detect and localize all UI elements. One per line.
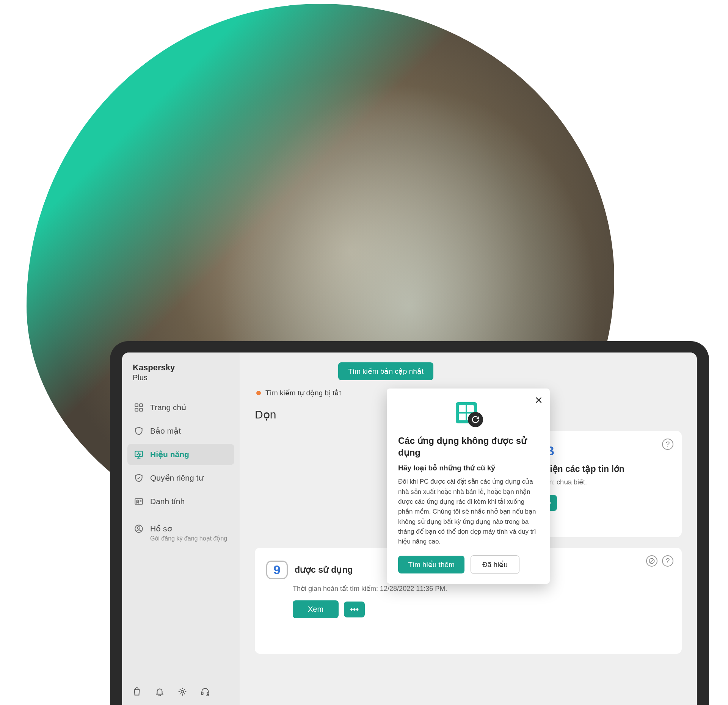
svg-point-9 <box>181 691 184 693</box>
sidebar-item-privacy[interactable]: Quyền riêng tư <box>127 467 234 489</box>
svg-rect-0 <box>135 404 138 407</box>
sidebar-item-label: Hồ sơ <box>150 524 172 533</box>
sidebar-item-label: Danh tính <box>150 497 185 506</box>
unused-apps-modal: ✕ Các ứng dụng không được sử dụng Hãy lo… <box>387 389 550 584</box>
help-icon[interactable]: ? <box>662 439 673 450</box>
status-text: Tìm kiếm tự động bị tắt <box>265 389 341 397</box>
unused-apps-more-button[interactable]: ••• <box>344 602 365 617</box>
sidebar-item-performance[interactable]: Hiệu năng <box>127 444 234 465</box>
help-icon[interactable]: ? <box>662 555 673 567</box>
svg-rect-1 <box>140 404 143 407</box>
modal-got-it-button[interactable]: Đã hiểu <box>471 555 519 574</box>
brand-name: Kaspersky <box>133 362 229 373</box>
sidebar-item-home[interactable]: Trang chủ <box>127 397 234 418</box>
shield-check-icon <box>133 473 144 483</box>
store-icon[interactable] <box>132 687 142 697</box>
id-card-icon <box>133 496 144 507</box>
sidebar-item-label: Quyền riêng tư <box>150 473 203 483</box>
sidebar: Kaspersky Plus Trang chủ <box>122 352 240 705</box>
profile-subscription-status: Gói đăng ký đang hoạt động <box>133 535 228 542</box>
svg-point-8 <box>138 526 140 529</box>
svg-rect-2 <box>135 408 138 411</box>
svg-rect-3 <box>140 408 143 411</box>
home-grid-icon <box>133 402 144 413</box>
unused-apps-title: được sử dụng <box>295 565 353 575</box>
laptop-frame: ? — ▢ ✕ Kaspersky Plus <box>110 341 709 705</box>
sidebar-item-identity[interactable]: Danh tính <box>127 491 234 512</box>
bell-icon[interactable] <box>155 687 165 697</box>
shield-icon <box>133 426 144 436</box>
unused-apps-view-button[interactable]: Xem <box>293 600 339 618</box>
app-window: ? — ▢ ✕ Kaspersky Plus <box>122 352 697 705</box>
sidebar-item-label: Bảo mật <box>150 426 181 436</box>
modal-title: Các ứng dụng không được sử dụng <box>398 435 538 458</box>
svg-rect-10 <box>201 692 203 695</box>
disable-icon[interactable] <box>646 555 657 567</box>
status-dot-icon <box>256 391 261 395</box>
sidebar-item-label: Hiệu năng <box>150 450 189 459</box>
sidebar-bottom-bar <box>122 681 240 705</box>
monitor-speed-icon <box>133 449 144 460</box>
headset-icon[interactable] <box>200 687 210 697</box>
unused-apps-time: Thời gian hoàn tất tìm kiếm: 12/28/2022 … <box>266 584 670 593</box>
modal-close-button[interactable]: ✕ <box>535 395 543 406</box>
sidebar-item-label: Trang chủ <box>150 403 186 412</box>
unused-apps-count: 9 <box>266 561 288 579</box>
svg-rect-11 <box>207 692 209 695</box>
apps-refresh-icon <box>453 401 483 427</box>
sidebar-nav: Trang chủ Bảo mật Hiệu n <box>122 393 240 516</box>
modal-subtitle: Hãy loại bỏ những thứ cũ kỹ <box>398 464 538 472</box>
brand-tier: Plus <box>133 373 229 382</box>
svg-point-6 <box>136 500 138 502</box>
modal-body: Đôi khi PC được cài đặt sẵn các ứng dụng… <box>398 477 538 547</box>
search-updates-button[interactable]: Tìm kiếm bản cập nhật <box>338 362 433 380</box>
main-panel: Tìm kiếm bản cập nhật Tìm kiếm tự động b… <box>240 352 697 705</box>
modal-learn-more-button[interactable]: Tìm hiểu thêm <box>398 556 464 573</box>
sidebar-item-profile[interactable]: Hồ sơ Gói đăng ký đang hoạt động <box>127 520 234 546</box>
sidebar-item-security[interactable]: Bảo mật <box>127 420 234 442</box>
gear-icon[interactable] <box>177 687 187 697</box>
brand: Kaspersky Plus <box>122 362 240 393</box>
user-circle-icon <box>133 523 144 534</box>
